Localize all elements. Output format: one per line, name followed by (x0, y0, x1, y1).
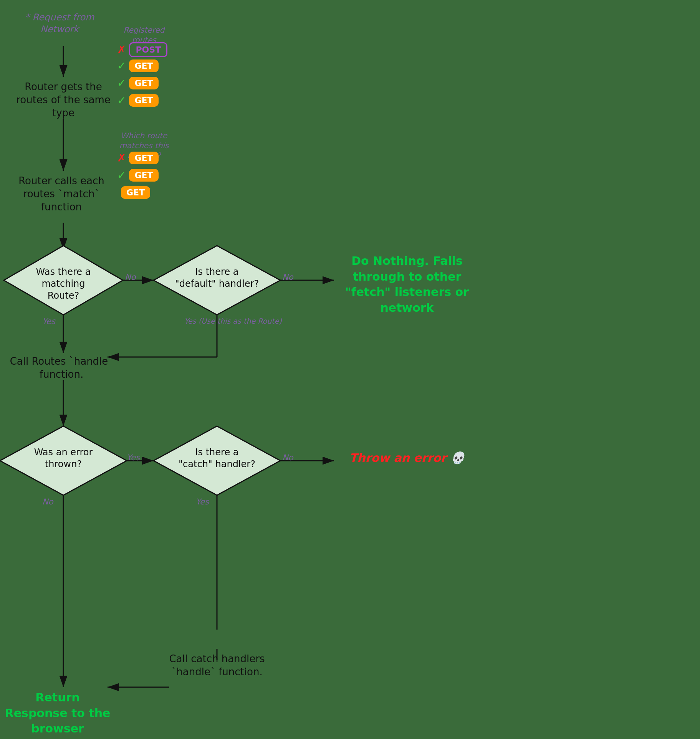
yes-label-1: Yes (42, 317, 55, 326)
yes-label-2: Yes (Use this as the Route) (184, 317, 282, 325)
check-mark-3: ✓ (117, 94, 126, 107)
diamond4-text: Is there a"catch" handler? (173, 446, 261, 470)
request-label: * Request from Network (21, 12, 98, 35)
call-catch-label: Call catch handlers `handle` function. (161, 653, 273, 679)
x-mark-match: ✗ (117, 152, 126, 164)
x-mark-post: ✗ (117, 43, 126, 56)
check-mark-2: ✓ (117, 77, 126, 89)
router-calls-label: Router calls eachroutes `match`function (8, 175, 115, 213)
badge-get-match2: GET (129, 169, 158, 182)
badge-get-1: GET (129, 60, 158, 72)
router-gets-label: Router gets the routes of the same type (8, 81, 119, 119)
no-label-1: No (125, 273, 136, 282)
diamond3-text: Was an errorthrown? (23, 446, 104, 470)
yes-label-4: Yes (196, 497, 209, 506)
throw-error-label: Throw an error 💀 (334, 451, 480, 465)
route-row-get3: ✓ GET (117, 94, 159, 107)
badge-post: POST (129, 42, 167, 57)
route-row-get2: ✓ GET (117, 77, 159, 89)
route-row-post: ✗ POST (117, 42, 167, 57)
badge-get-match3: GET (121, 186, 150, 199)
no-label-4: No (282, 453, 293, 462)
return-response-label: Return Response to the browser (4, 690, 111, 737)
check-mark-match: ✓ (117, 169, 126, 182)
route-row-get1: ✓ GET (117, 60, 159, 72)
no-label-3: No (42, 497, 53, 506)
call-handle-label: Call Routes `handle` function. (8, 355, 115, 381)
badge-get-match1: GET (129, 152, 158, 164)
badge-get-2: GET (129, 77, 158, 89)
route-row-match1: ✗ GET (117, 152, 159, 164)
diamond2-text: Is there a"default" handler? (173, 266, 261, 290)
do-nothing-label: Do Nothing. Falls through to other "fetc… (334, 253, 480, 316)
route-row-match2: ✓ GET (117, 169, 159, 182)
diagram: * Request from Network Router gets the r… (0, 0, 700, 739)
route-row-match3: GET (121, 186, 150, 199)
badge-get-3: GET (129, 94, 158, 107)
no-label-2: No (282, 273, 293, 282)
diamond1-text: Was there amatching Route? (25, 266, 102, 302)
check-mark-1: ✓ (117, 60, 126, 72)
yes-label-3: Yes (127, 453, 140, 462)
